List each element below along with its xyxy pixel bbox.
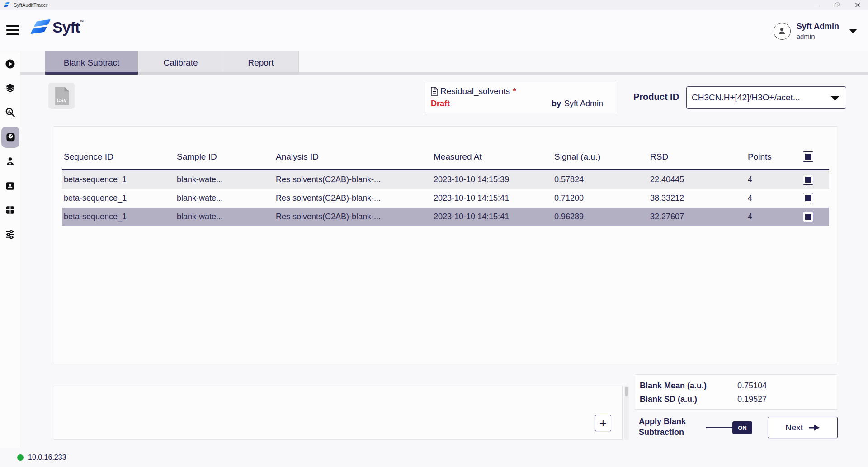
next-button-label: Next [785,423,803,433]
column-header-measured-at: Measured At [432,152,552,162]
cell-sample-id: blank-wate... [175,175,274,184]
apply-blank-subtraction-label: Apply Blank Subtraction [639,416,686,438]
column-header-signal: Signal (a.u.) [552,152,648,162]
brand-logo: Syft ™ [31,18,84,37]
user-tie-icon [5,156,15,167]
tab-calibrate[interactable]: Calibrate [138,51,223,75]
sidebar-item-blank-subtract[interactable] [1,127,19,148]
row-checkbox[interactable] [803,212,813,222]
play-circle-icon [5,59,15,69]
cell-rsd: 22.40445 [648,175,746,184]
app-header: Syft ™ Syft Admin admin [0,10,868,51]
sidebar-item-analysis-search[interactable] [0,102,20,122]
apply-blank-subtraction-toggle[interactable]: ON [732,421,752,434]
table-header-row: Sequence ID Sample ID Analysis ID Measur… [62,127,829,170]
user-menu[interactable]: Syft Admin admin [774,22,857,40]
search-chart-icon [5,107,15,118]
document-author: Syft Admin [564,99,603,108]
svg-text:CSV: CSV [57,97,67,103]
add-button[interactable]: + [595,415,611,431]
next-button[interactable]: Next [768,417,838,438]
column-header-analysis-id: Analysis ID [274,152,432,162]
cell-rsd: 32.27607 [648,212,746,222]
cell-analysis-id: Res solvents(C2AB)-blank-... [274,175,432,184]
sidebar-item-contacts[interactable] [0,176,20,196]
cell-sample-id: blank-wate... [175,212,274,222]
user-name: Syft Admin [797,22,839,31]
contact-card-icon [5,181,15,191]
tab-strip: Blank Subtract Calibrate Report [45,51,299,75]
sidebar-item-tables[interactable] [0,200,20,220]
menu-button[interactable] [6,25,19,35]
minimize-button[interactable] [806,0,826,10]
table-row[interactable]: beta-sequence_1 blank-wate... Res solven… [62,170,829,189]
cell-rsd: 38.33212 [648,193,746,203]
close-button[interactable] [847,0,868,10]
cell-analysis-id: Res solvents(C2AB)-blank-... [274,212,432,222]
scrollbar-thumb[interactable] [625,387,628,396]
cell-sequence-id: beta-sequence_1 [62,193,175,203]
sidebar-item-sequences[interactable] [0,78,20,98]
syft-logo-icon [31,18,51,36]
product-id-value: CH3CN.H+[42]/H3O+/acet... [692,93,800,103]
blank-summary-panel: Blank Mean (a.u.) 0.75104 Blank SD (a.u.… [635,374,837,410]
sliders-icon [5,229,15,240]
cell-analysis-id: Res solvents(C2AB)-blank-... [274,193,432,203]
layers-icon [5,83,15,93]
tab-label: Report [248,58,274,68]
document-icon [431,87,438,96]
tab-report[interactable]: Report [223,51,299,75]
toggle-state-label: ON [738,425,747,431]
cell-sequence-id: beta-sequence_1 [62,175,175,184]
scrollbar[interactable] [624,386,629,440]
product-id-select[interactable]: CH3CN.H+[42]/H3O+/acet... [686,86,846,109]
table-row-selected[interactable]: beta-sequence_1 blank-wate... Res solven… [62,208,829,226]
tab-label: Blank Subtract [64,58,120,68]
blank-mean-value: 0.75104 [737,381,767,391]
cell-signal: 0.96289 [552,212,648,222]
cell-signal: 0.71200 [552,193,648,203]
document-name: Residual_solvents [440,86,510,96]
cell-points: 4 [746,212,797,222]
title-bar: SyftAuditTracer [0,0,868,10]
cell-sequence-id: beta-sequence_1 [62,212,175,222]
column-header-sample-id: Sample ID [175,152,274,162]
arrow-right-icon [808,424,820,431]
cell-measured-at: 2023-10-10 14:15:41 [432,193,552,203]
required-asterisk: * [513,86,516,96]
row-checkbox[interactable] [803,193,813,203]
checkbox-checked-icon [805,177,811,183]
dropdown-caret-icon [830,96,840,101]
row-checkbox[interactable] [803,175,813,185]
document-status: Draft [431,99,450,108]
blank-sd-value: 0.19527 [737,395,767,404]
table-row[interactable]: beta-sequence_1 blank-wate... Res solven… [62,189,829,208]
document-info-panel: Residual_solvents * Draft by Syft Admin [425,82,617,114]
sidebar-item-settings[interactable] [0,224,20,244]
checkbox-checked-icon [805,214,811,220]
toggle-track [706,427,736,428]
sidebar-item-users[interactable] [0,151,20,171]
checkbox-checked-icon [805,154,811,160]
maximize-button[interactable] [826,0,847,10]
brand-name: Syft [52,18,80,37]
sidebar [0,51,20,448]
column-header-points: Points [746,152,797,162]
csv-file-icon: CSV [54,87,69,105]
checkbox-checked-icon [805,195,811,201]
sidebar-item-run[interactable] [0,54,20,74]
by-label: by [552,99,561,108]
column-header-rsd: RSD [648,152,746,162]
export-csv-button[interactable]: CSV [48,83,75,109]
app-logo-icon [4,2,10,8]
cell-points: 4 [746,175,797,184]
cell-measured-at: 2023-10-10 14:15:39 [432,175,552,184]
tab-blank-subtract[interactable]: Blank Subtract [45,51,138,75]
cell-sample-id: blank-wate... [175,193,274,203]
restore-icon [834,2,840,8]
blank-mean-label: Blank Mean (a.u.) [640,381,737,391]
blank-measurements-table: Sequence ID Sample ID Analysis ID Measur… [54,126,837,364]
column-header-sequence-id: Sequence ID [62,152,175,162]
select-all-checkbox[interactable] [803,151,813,162]
connection-status-icon [17,454,24,461]
